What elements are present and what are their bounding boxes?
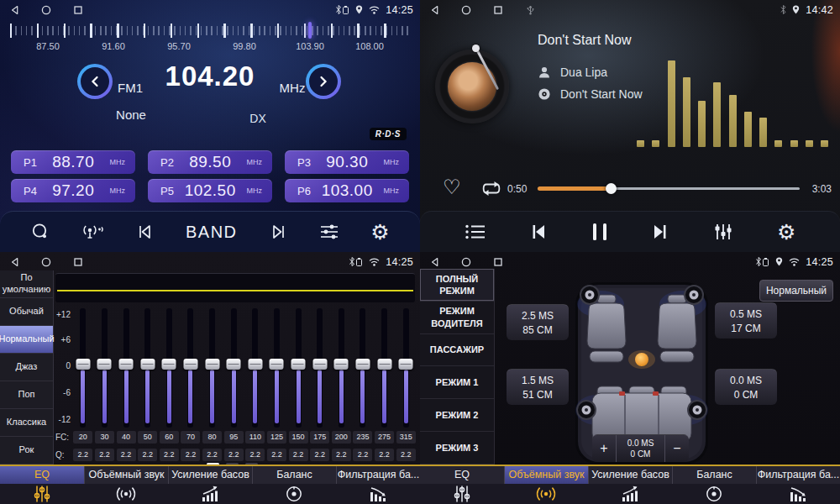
eq-band-slider[interactable] bbox=[252, 308, 258, 428]
scan-icon[interactable] bbox=[30, 222, 50, 242]
tab-eq[interactable]: EQ bbox=[0, 466, 84, 504]
eq-slider-knob[interactable] bbox=[76, 359, 90, 370]
eq-band-slider[interactable] bbox=[144, 308, 150, 428]
eq-slider-knob[interactable] bbox=[97, 359, 112, 370]
eq-band-slider[interactable] bbox=[296, 308, 302, 428]
back-button[interactable] bbox=[428, 5, 440, 15]
eq-band-slider[interactable] bbox=[166, 308, 172, 428]
back-button[interactable] bbox=[8, 5, 20, 15]
tab-surround[interactable]: Объёмный звук bbox=[84, 466, 168, 504]
previous-track-icon[interactable] bbox=[530, 223, 549, 240]
seek-bar[interactable] bbox=[538, 187, 800, 190]
eq-band-slider[interactable] bbox=[339, 308, 344, 428]
eq-band-slider[interactable] bbox=[403, 308, 409, 428]
eq-preset-default[interactable]: По умолчанию bbox=[0, 270, 53, 298]
eq-slider-knob[interactable] bbox=[140, 359, 155, 370]
eq-band-slider[interactable] bbox=[209, 308, 215, 428]
eq-slider-knob[interactable] bbox=[183, 359, 197, 370]
next-track-icon[interactable] bbox=[650, 223, 669, 240]
increase-button[interactable]: + bbox=[592, 435, 616, 462]
eq-slider-knob[interactable] bbox=[355, 359, 370, 370]
dx-loc-icon[interactable] bbox=[81, 222, 105, 242]
spectrum-bar bbox=[683, 77, 690, 147]
home-button[interactable] bbox=[460, 5, 472, 15]
home-button[interactable] bbox=[40, 5, 52, 15]
eq-preset-rock[interactable]: Рок bbox=[0, 437, 53, 465]
delay-front-left-button[interactable]: 2.5 MS 85 CM bbox=[507, 304, 569, 340]
preset-button-p3[interactable]: P390.30MHz bbox=[285, 150, 409, 174]
next-station-icon[interactable] bbox=[268, 222, 288, 242]
preset-button-p6[interactable]: P6103.00MHz bbox=[285, 179, 409, 202]
eq-slider-knob[interactable] bbox=[291, 359, 306, 370]
delay-front-right-button[interactable]: 0.5 MS 17 CM bbox=[715, 302, 777, 339]
previous-station-icon[interactable] bbox=[135, 222, 155, 242]
home-button[interactable] bbox=[40, 257, 52, 267]
mode-driver[interactable]: РЕЖИМ ВОДИТЕЛЯ bbox=[420, 302, 494, 334]
eq-slider-knob[interactable] bbox=[270, 359, 284, 370]
mode-3[interactable]: РЕЖИМ 3 bbox=[420, 432, 494, 465]
settings-icon[interactable]: ⚙ bbox=[370, 222, 389, 243]
eq-preset-classic[interactable]: Классика bbox=[0, 409, 53, 437]
eq-band-slider[interactable] bbox=[187, 308, 193, 428]
playlist-icon[interactable] bbox=[465, 223, 486, 241]
recents-button[interactable] bbox=[72, 257, 84, 267]
favorite-icon[interactable]: ♡ bbox=[443, 176, 461, 199]
tab-surround[interactable]: Объёмный звук bbox=[504, 466, 588, 504]
eq-band-slider[interactable] bbox=[80, 308, 86, 428]
eq-band-slider[interactable] bbox=[360, 308, 365, 428]
eq-slider-knob[interactable] bbox=[377, 359, 391, 370]
eq-band-slider[interactable] bbox=[123, 308, 129, 428]
delay-rear-right-button[interactable]: 0.0 MS 0 CM bbox=[715, 369, 777, 405]
eq-slider-knob[interactable] bbox=[312, 359, 327, 370]
pause-button[interactable] bbox=[593, 223, 606, 240]
eq-preset-pop[interactable]: Поп bbox=[0, 381, 53, 409]
tab-balance[interactable]: Баланс bbox=[672, 466, 756, 504]
band-button[interactable]: BAND bbox=[186, 223, 238, 242]
tab-eq[interactable]: EQ bbox=[420, 466, 504, 504]
eq-band-slider[interactable] bbox=[102, 308, 108, 428]
repeat-icon[interactable] bbox=[479, 179, 504, 198]
eq-slider-knob[interactable] bbox=[227, 359, 241, 370]
eq-slider-knob[interactable] bbox=[119, 359, 134, 370]
preset-button-p2[interactable]: P289.50MHz bbox=[148, 150, 272, 174]
recents-button[interactable] bbox=[492, 5, 504, 15]
tab-bass-filter[interactable]: Фильтрация ба... bbox=[756, 466, 840, 504]
tab-bass-boost[interactable]: Усиление басов bbox=[168, 466, 252, 504]
eq-band-slider[interactable] bbox=[317, 308, 323, 428]
eq-band-slider[interactable] bbox=[381, 308, 387, 428]
preset-button-p5[interactable]: P5102.50MHz bbox=[148, 179, 272, 202]
home-button[interactable] bbox=[460, 257, 472, 267]
eq-band-slider[interactable] bbox=[274, 308, 280, 428]
preset-button-p4[interactable]: P497.20MHz bbox=[11, 179, 135, 202]
equalizer-icon[interactable] bbox=[318, 222, 340, 242]
recents-button[interactable] bbox=[72, 5, 84, 15]
delay-rear-left-button[interactable]: 1.5 MS 51 CM bbox=[507, 369, 569, 405]
seek-up-button[interactable] bbox=[306, 64, 341, 99]
settings-icon[interactable]: ⚙ bbox=[777, 222, 795, 243]
mode-1[interactable]: РЕЖИМ 1 bbox=[420, 366, 494, 399]
mode-2[interactable]: РЕЖИМ 2 bbox=[420, 399, 494, 432]
mode-passenger[interactable]: ПАССАЖИР bbox=[420, 334, 494, 367]
preset-button-p1[interactable]: P188.70MHz bbox=[11, 150, 135, 174]
eq-preset-jazz[interactable]: Джаз bbox=[0, 354, 53, 381]
eq-band-slider[interactable] bbox=[231, 308, 237, 428]
eq-preset-custom[interactable]: Обычай bbox=[0, 298, 53, 326]
eq-slider-knob[interactable] bbox=[205, 359, 219, 370]
profile-button[interactable]: Нормальный bbox=[759, 280, 833, 302]
eq-slider-knob[interactable] bbox=[399, 359, 413, 370]
eq-preset-normal[interactable]: Нормальный bbox=[0, 326, 53, 354]
back-button[interactable] bbox=[428, 257, 440, 267]
album-art[interactable] bbox=[435, 50, 509, 123]
progress-thumb[interactable] bbox=[606, 183, 617, 194]
eq-slider-knob[interactable] bbox=[162, 359, 176, 370]
eq-slider-knob[interactable] bbox=[248, 359, 262, 370]
tab-bass-boost[interactable]: Усиление басов bbox=[588, 466, 672, 504]
mode-full[interactable]: ПОЛНЫЙ РЕЖИМ bbox=[420, 269, 494, 302]
tab-balance[interactable]: Баланс bbox=[252, 466, 336, 504]
back-button[interactable] bbox=[8, 257, 20, 267]
recents-button[interactable] bbox=[492, 257, 504, 267]
decrease-button[interactable]: − bbox=[665, 435, 689, 462]
equalizer-icon[interactable] bbox=[713, 223, 733, 241]
eq-slider-knob[interactable] bbox=[334, 359, 349, 370]
tab-bass-filter[interactable]: Фильтрация ба... bbox=[336, 466, 420, 504]
